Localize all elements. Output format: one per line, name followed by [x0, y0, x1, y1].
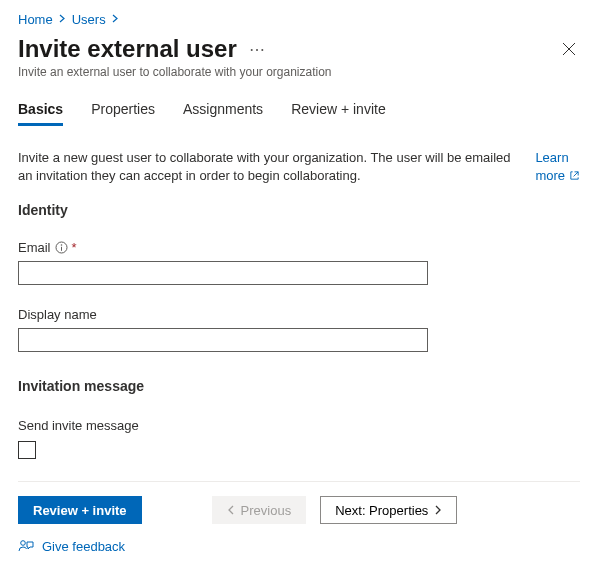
previous-button-label: Previous: [241, 503, 292, 518]
send-invite-label: Send invite message: [18, 418, 580, 433]
external-link-icon: [569, 170, 580, 181]
email-field[interactable]: [18, 261, 428, 285]
svg-point-1: [60, 244, 62, 246]
footer-buttons: Review + invite Previous Next: Propertie…: [18, 496, 580, 524]
svg-point-3: [21, 541, 26, 546]
display-name-label: Display name: [18, 307, 580, 322]
learn-more-text-line2: more: [535, 167, 565, 185]
required-asterisk: *: [72, 240, 77, 255]
display-name-field[interactable]: [18, 328, 428, 352]
tabs: Basics Properties Assignments Review + i…: [18, 101, 580, 127]
tab-assignments[interactable]: Assignments: [183, 101, 263, 126]
title-row: Invite external user ⋯: [18, 35, 580, 63]
more-actions-icon[interactable]: ⋯: [249, 40, 266, 59]
chevron-right-icon: [112, 14, 119, 25]
chevron-left-icon: [227, 505, 235, 515]
tab-properties[interactable]: Properties: [91, 101, 155, 126]
next-button-label: Next: Properties: [335, 503, 428, 518]
tab-basics[interactable]: Basics: [18, 101, 63, 126]
display-name-label-text: Display name: [18, 307, 97, 322]
review-invite-button[interactable]: Review + invite: [18, 496, 142, 524]
breadcrumb-home[interactable]: Home: [18, 12, 53, 27]
learn-more-link[interactable]: Learn more: [535, 149, 580, 184]
breadcrumb: Home Users: [18, 12, 580, 27]
chevron-right-icon: [434, 505, 442, 515]
info-icon[interactable]: [55, 241, 68, 254]
next-button[interactable]: Next: Properties: [320, 496, 457, 524]
description-row: Invite a new guest user to collaborate w…: [18, 149, 580, 184]
page-title: Invite external user: [18, 35, 237, 63]
give-feedback-text: Give feedback: [42, 539, 125, 554]
footer-separator: [18, 481, 580, 482]
chevron-right-icon: [59, 14, 66, 25]
previous-button: Previous: [212, 496, 307, 524]
email-label-text: Email: [18, 240, 51, 255]
tab-review-invite[interactable]: Review + invite: [291, 101, 386, 126]
send-invite-checkbox[interactable]: [18, 441, 36, 459]
invitation-heading: Invitation message: [18, 378, 580, 394]
send-invite-label-text: Send invite message: [18, 418, 139, 433]
close-icon[interactable]: [558, 38, 580, 60]
svg-rect-2: [61, 247, 62, 251]
learn-more-text-line1: Learn: [535, 149, 568, 167]
give-feedback-link[interactable]: Give feedback: [18, 538, 580, 554]
breadcrumb-users[interactable]: Users: [72, 12, 106, 27]
description-text: Invite a new guest user to collaborate w…: [18, 149, 517, 184]
page-subtitle: Invite an external user to collaborate w…: [18, 65, 580, 79]
email-label: Email *: [18, 240, 580, 255]
identity-heading: Identity: [18, 202, 580, 218]
feedback-icon: [18, 538, 34, 554]
